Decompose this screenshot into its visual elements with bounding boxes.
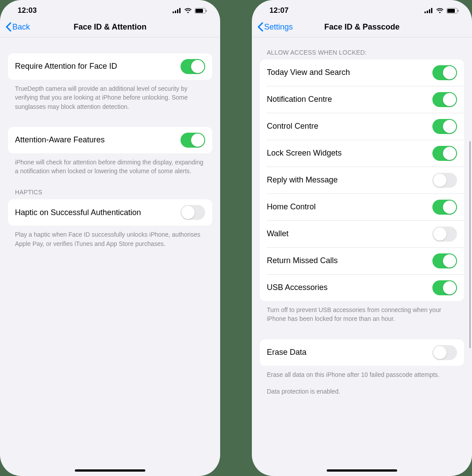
- svg-rect-9: [429, 9, 430, 13]
- row-access-item[interactable]: Home Control: [267, 193, 464, 220]
- svg-rect-7: [424, 11, 426, 13]
- status-icons: [173, 8, 207, 14]
- battery-icon: [446, 8, 459, 14]
- footer-erase-1: Erase all data on this iPhone after 10 f…: [267, 370, 457, 379]
- toggle-haptic[interactable]: [181, 205, 205, 220]
- toggle-access-item[interactable]: [432, 65, 457, 80]
- home-indicator[interactable]: [327, 469, 397, 472]
- toggle-access-item[interactable]: [432, 227, 457, 242]
- wifi-icon: [436, 8, 444, 14]
- scroll-indicator[interactable]: [469, 141, 471, 348]
- svg-rect-8: [427, 11, 428, 13]
- row-label: Lock Screen Widgets: [267, 148, 342, 158]
- row-access-item[interactable]: Lock Screen Widgets: [267, 140, 464, 167]
- home-indicator[interactable]: [75, 469, 145, 472]
- battery-icon: [195, 8, 207, 14]
- svg-rect-5: [195, 9, 203, 13]
- row-label: USB Accessories: [267, 283, 328, 293]
- back-button[interactable]: Back: [5, 22, 30, 32]
- cellular-icon: [173, 8, 181, 13]
- footer-usb: Turn off to prevent USB accessories from…: [267, 305, 457, 324]
- status-icons: [424, 8, 459, 14]
- card-attention-aware: Attention-Aware Features: [8, 127, 212, 153]
- card-haptic: Haptic on Successful Authentication: [8, 199, 212, 226]
- toggle-access-item[interactable]: [432, 280, 457, 295]
- toggle-erase-data[interactable]: [432, 345, 457, 360]
- nav-title: Face ID & Attention: [0, 22, 220, 32]
- section-header-haptics: HAPTICS: [15, 189, 205, 196]
- status-time: 12:03: [18, 6, 37, 15]
- status-bar: 12:07: [252, 0, 472, 18]
- row-label: Notification Centre: [267, 94, 332, 104]
- toggle-access-item[interactable]: [432, 92, 457, 107]
- row-access-item[interactable]: Control Centre: [267, 113, 464, 140]
- row-haptic[interactable]: Haptic on Successful Authentication: [8, 199, 212, 226]
- toggle-attention-aware[interactable]: [181, 133, 205, 148]
- toggle-access-item[interactable]: [432, 253, 457, 268]
- svg-rect-12: [447, 9, 455, 13]
- wifi-icon: [184, 8, 192, 14]
- svg-rect-13: [458, 10, 459, 12]
- card-require-attention: Require Attention for Face ID: [8, 53, 212, 80]
- row-erase-data[interactable]: Erase Data: [260, 339, 464, 366]
- back-label: Settings: [264, 22, 293, 32]
- toggle-require-attention[interactable]: [181, 59, 205, 74]
- row-label: Reply with Message: [267, 175, 338, 185]
- toggle-access-item[interactable]: [432, 119, 457, 134]
- chevron-left-icon: [257, 22, 263, 32]
- footer-attention-aware: iPhone will check for attention before d…: [15, 158, 205, 176]
- row-label: Wallet: [267, 229, 288, 239]
- cellular-icon: [424, 8, 433, 13]
- row-label: Return Missed Calls: [267, 256, 338, 266]
- row-label: Require Attention for Face ID: [15, 61, 117, 71]
- svg-rect-3: [179, 8, 181, 13]
- row-access-item[interactable]: Reply with Message: [267, 167, 464, 193]
- row-access-item[interactable]: USB Accessories: [267, 274, 464, 301]
- row-label: Attention-Aware Features: [15, 135, 105, 145]
- row-label: Haptic on Successful Authentication: [15, 208, 141, 218]
- row-access-item[interactable]: Notification Centre: [267, 86, 464, 113]
- phone-left: 12:03 Back Face ID & Attention Require A…: [0, 0, 220, 476]
- row-require-attention[interactable]: Require Attention for Face ID: [8, 53, 212, 80]
- phone-right: 12:07 Settings Face ID & Passcode ALLOW …: [252, 0, 472, 476]
- row-access-item[interactable]: Today View and Search: [260, 60, 464, 86]
- status-bar: 12:03: [0, 0, 220, 18]
- content-left: Require Attention for Face ID TrueDepth …: [0, 37, 220, 476]
- nav-bar: Settings Face ID & Passcode: [252, 18, 472, 37]
- back-button[interactable]: Settings: [257, 22, 293, 32]
- status-time: 12:07: [269, 6, 288, 15]
- svg-rect-0: [173, 11, 174, 13]
- toggle-access-item[interactable]: [432, 146, 457, 161]
- row-label: Control Centre: [267, 121, 318, 131]
- chevron-left-icon: [5, 22, 11, 32]
- toggle-access-item[interactable]: [432, 200, 457, 215]
- nav-bar: Back Face ID & Attention: [0, 18, 220, 37]
- toggle-access-item[interactable]: [432, 173, 457, 188]
- row-label: Today View and Search: [267, 67, 350, 78]
- row-label: Home Control: [267, 202, 316, 212]
- content-right: ALLOW ACCESS WHEN LOCKED: Today View and…: [252, 37, 472, 476]
- row-label: Erase Data: [267, 347, 306, 357]
- svg-rect-1: [175, 11, 176, 13]
- svg-rect-6: [206, 10, 207, 12]
- row-attention-aware[interactable]: Attention-Aware Features: [8, 127, 212, 153]
- row-access-item[interactable]: Wallet: [267, 220, 464, 247]
- footer-haptic: Play a haptic when Face ID successfully …: [15, 230, 205, 248]
- footer-erase-2: Data protection is enabled.: [267, 387, 457, 396]
- row-access-item[interactable]: Return Missed Calls: [267, 247, 464, 274]
- svg-rect-2: [177, 9, 178, 13]
- card-erase: Erase Data: [260, 339, 464, 366]
- footer-require-attention: TrueDepth camera will provide an additio…: [15, 84, 205, 111]
- svg-rect-10: [431, 8, 432, 13]
- card-access: Today View and SearchNotification Centre…: [260, 60, 464, 301]
- section-header-access: ALLOW ACCESS WHEN LOCKED:: [267, 49, 457, 56]
- back-label: Back: [12, 22, 30, 32]
